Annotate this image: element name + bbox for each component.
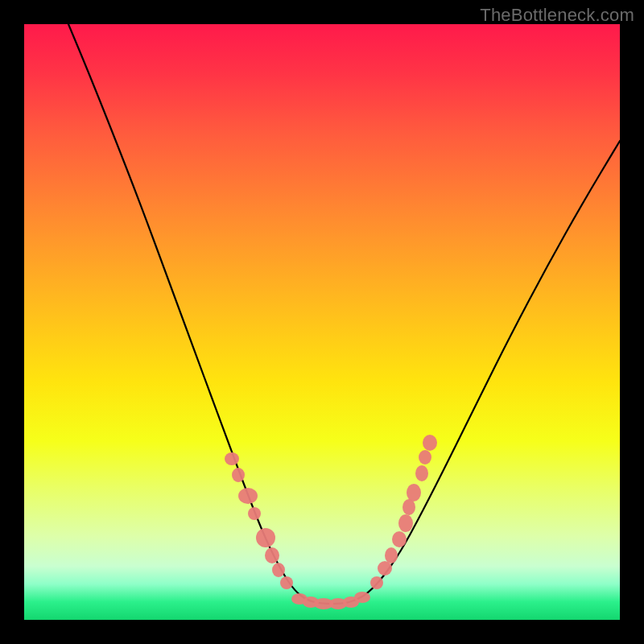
data-markers-bottom bbox=[291, 592, 370, 609]
data-marker bbox=[415, 465, 428, 481]
data-marker bbox=[280, 576, 293, 589]
chart-frame: TheBottleneck.com bbox=[0, 0, 644, 644]
bottleneck-curve bbox=[68, 24, 620, 604]
curve-layer bbox=[24, 24, 620, 620]
data-marker bbox=[385, 547, 398, 564]
data-marker bbox=[232, 468, 245, 482]
data-marker bbox=[407, 484, 421, 502]
data-marker bbox=[272, 563, 285, 577]
data-marker bbox=[398, 514, 413, 532]
data-marker bbox=[370, 576, 383, 589]
data-marker bbox=[256, 528, 275, 547]
data-marker bbox=[402, 499, 415, 515]
data-marker bbox=[354, 592, 370, 603]
data-marker bbox=[419, 450, 431, 464]
data-marker bbox=[392, 531, 407, 547]
data-marker bbox=[238, 488, 258, 504]
data-marker bbox=[225, 452, 239, 465]
data-marker bbox=[423, 435, 437, 451]
data-marker bbox=[265, 547, 279, 564]
data-marker bbox=[248, 507, 261, 520]
watermark-text: TheBottleneck.com bbox=[480, 5, 634, 26]
data-markers-right bbox=[370, 435, 437, 589]
plot-area bbox=[24, 24, 620, 620]
